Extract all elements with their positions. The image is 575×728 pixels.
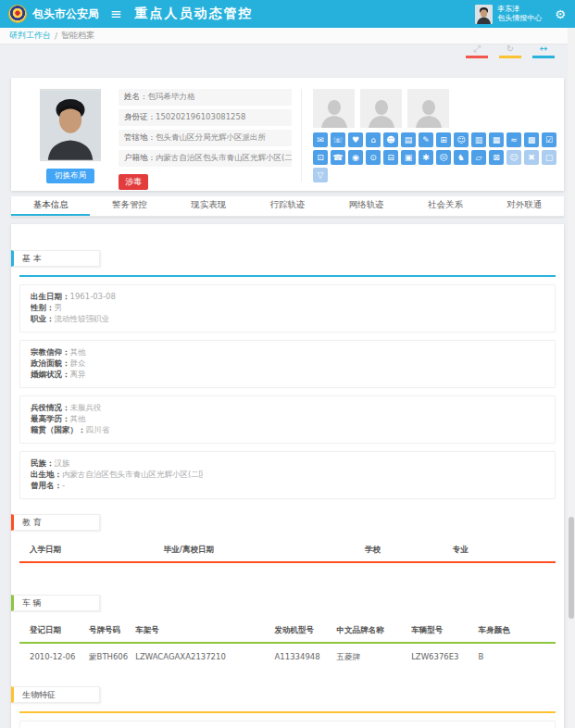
- case-check-icon[interactable]: ☑: [542, 132, 556, 147]
- settings-gear-icon[interactable]: ⚙: [555, 7, 566, 21]
- profile-field: 姓名：包玛希毕力格: [119, 89, 292, 106]
- section-education: 教 育 入学日期毕业/离校日期学校专业: [11, 514, 564, 580]
- chat-icon[interactable]: ✉: [313, 132, 328, 147]
- breadcrumb-separator: /: [55, 31, 57, 41]
- hamburger-menu-icon[interactable]: ≡: [110, 6, 122, 22]
- column-header: 中文品牌名称: [336, 625, 411, 636]
- column-header: 学校: [365, 545, 453, 556]
- signal-icon[interactable]: ◉: [348, 150, 363, 165]
- network-icon[interactable]: ≈: [506, 132, 521, 147]
- tab-network-track[interactable]: 网络轨迹: [327, 196, 406, 216]
- field: 出生日期：1961-03-08: [31, 292, 203, 303]
- associate-photo-placeholder[interactable]: [360, 89, 402, 128]
- vehicle-icon[interactable]: ⊞: [436, 132, 451, 147]
- table-cell: 五菱牌: [336, 652, 411, 663]
- field: 职业：流动性较强职业: [31, 314, 203, 325]
- family-icon[interactable]: ☻: [383, 132, 398, 147]
- field-row: 宗教信仰：其他 政治面貌：群众 婚姻状况：离异: [19, 340, 556, 388]
- field: 政治面貌：群众: [31, 358, 203, 370]
- phone-icon[interactable]: ☏: [331, 132, 345, 147]
- taxi-icon[interactable]: ⊙: [366, 150, 381, 165]
- associate-photo-placeholder[interactable]: [313, 89, 355, 128]
- person-photo: [40, 89, 101, 161]
- fullscreen-button[interactable]: ⤢: [466, 44, 488, 58]
- tab-bar: 基本信息 警务管控 现实表现 行踪轨迹 网络轨迹 社会关系 对外联通: [11, 196, 564, 217]
- field-row: 体貌特征描述：黑色外套,运动鞋 体表特殊标记：额头有痣: [19, 721, 556, 728]
- table-row: 2010-12-06蒙BTH606LZWACAGAXA2137210A11334…: [19, 644, 556, 672]
- section-vehicle: 车 辆 登记日期号牌号码车架号发动机型号中文品牌名称车辆型号车身颜色 2010-…: [11, 595, 564, 672]
- section-label-vehicle: 车 辆: [11, 595, 100, 611]
- field: 宗教信仰：其他: [31, 347, 203, 358]
- refresh-button[interactable]: ↻: [499, 44, 521, 58]
- collapse-button[interactable]: ↔: [532, 44, 555, 58]
- camera-icon[interactable]: ⊡: [313, 150, 328, 165]
- truck-icon[interactable]: ⊟: [383, 150, 398, 165]
- detail-card: 基 本 出生日期：1961-03-08 性别：男 职业：流动性较强职业: [11, 224, 564, 728]
- column-header: 车辆型号: [411, 625, 478, 636]
- page-title: 重点人员动态管控: [135, 6, 254, 22]
- profile-fields: 姓名：包玛希毕力格 身份证：150202196103081258 管辖地：包头青…: [119, 89, 302, 182]
- bus-disabled-icon[interactable]: ▢: [542, 150, 556, 165]
- scrollbar[interactable]: [568, 28, 575, 728]
- column-header: 登记日期: [30, 625, 89, 636]
- section-label-basic: 基 本: [11, 250, 100, 267]
- scrollbar-thumb[interactable]: [569, 517, 574, 619]
- field-row: 出生日期：1961-03-08 性别：男 职业：流动性较强职业: [19, 284, 556, 333]
- panel-controls: ⤢ ↻ ↔: [466, 44, 555, 58]
- tab-reality-performance[interactable]: 现实表现: [169, 196, 248, 216]
- column-header: 入学日期: [30, 545, 164, 556]
- profile-field: 管辖地：包头青山区分局光辉小区派出所: [119, 130, 292, 146]
- hotel-icon[interactable]: ▤: [401, 132, 416, 147]
- other-disabled-icon[interactable]: ▽: [313, 168, 328, 182]
- control-underline: [499, 56, 521, 58]
- section-label-education: 教 育: [11, 514, 100, 531]
- tab-movement-track[interactable]: 行踪轨迹: [248, 196, 327, 216]
- lodging-icon[interactable]: ▣: [401, 150, 416, 165]
- column-header: 号牌号码: [89, 625, 135, 636]
- person-disabled-icon[interactable]: ☺: [506, 150, 521, 165]
- field: 籍贯（国家）：四川省: [31, 425, 203, 436]
- section-basic: 基 本 出生日期：1961-03-08 性别：男 职业：流动性较强职业: [11, 250, 564, 499]
- person-icon[interactable]: ☺: [454, 132, 469, 147]
- table-cell: LZW6376E3: [411, 652, 478, 663]
- education-icon[interactable]: ✎: [419, 132, 433, 147]
- photo-icon[interactable]: ▦: [489, 132, 504, 147]
- field: 性别：男: [31, 303, 203, 314]
- field: 曾用名：-: [31, 481, 203, 492]
- tab-basic-info[interactable]: 基本信息: [11, 196, 90, 216]
- profile-field: 户籍地：内蒙古自治区包头市青山区光辉小区(二区)-1-86: [119, 150, 292, 167]
- bank-icon[interactable]: ▩: [524, 132, 539, 147]
- tab-police-control[interactable]: 警务管控: [90, 196, 169, 216]
- landline-icon[interactable]: ☎: [331, 150, 345, 165]
- top-bar: 包头市公安局 ≡ 重点人员动态管控 李东泽 包头情报中心 ⚙: [0, 0, 575, 28]
- section-biometric: 生物特征 体貌特征描述：黑色外套,运动鞋 体表特殊标记：额头有痣: [11, 686, 564, 728]
- user-avatar: [475, 5, 493, 24]
- alert-person-icon[interactable]: ☹: [436, 150, 451, 165]
- ktv-icon[interactable]: ▱: [471, 150, 486, 165]
- logistics-icon[interactable]: ⊠: [489, 150, 504, 165]
- drug-involvement-badge: 涉毒: [119, 174, 148, 190]
- user-info[interactable]: 李东泽 包头情报中心: [475, 5, 542, 24]
- control-icon[interactable]: ✱: [419, 150, 433, 165]
- section-label-biometric: 生物特征: [11, 686, 100, 703]
- associate-photo-placeholder[interactable]: [407, 89, 449, 128]
- education-table-header: 入学日期毕业/离校日期学校专业: [19, 539, 556, 563]
- flight-disabled-icon[interactable]: ✖: [524, 150, 539, 165]
- vehicle-table-body: 2010-12-06蒙BTH606LZWACAGAXA2137210A11334…: [19, 644, 556, 672]
- breadcrumb-workbench[interactable]: 研判工作台: [9, 30, 51, 42]
- related-resources: ✉☏♥⌂☻▤✎⊞☺▥▦≈▩☑ ⊡☎◉⊙⊟▣✱☹♞▱⊠☺✖▢ ▽: [313, 89, 556, 182]
- column-header: 发动机型号: [275, 625, 337, 636]
- switch-layout-button[interactable]: 切换布局: [46, 169, 94, 183]
- health-icon[interactable]: ♥: [348, 132, 363, 147]
- org-name: 包头市公安局: [32, 6, 99, 22]
- police-car-icon[interactable]: ♞: [454, 150, 469, 165]
- home-icon[interactable]: ⌂: [366, 132, 381, 147]
- profile-card: 切换布局 姓名：包玛希毕力格 身份证：150202196103081258 管辖…: [11, 78, 564, 191]
- table-cell: 蒙BTH606: [89, 652, 135, 663]
- document-icon[interactable]: ▥: [471, 132, 486, 147]
- tab-social-relations[interactable]: 社会关系: [406, 196, 484, 216]
- column-header: 专业: [453, 545, 545, 556]
- tab-external-contact[interactable]: 对外联通: [485, 196, 564, 216]
- column-header: 车架号: [135, 625, 274, 636]
- table-cell: A11334948: [275, 652, 337, 663]
